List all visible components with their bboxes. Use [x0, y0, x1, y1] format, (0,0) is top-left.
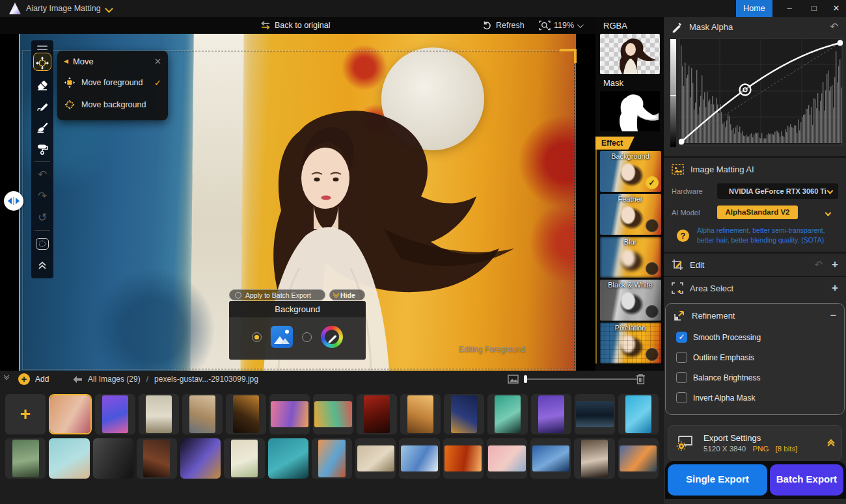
apply-to-batch-export-button[interactable]: Apply to Batch Export: [229, 289, 325, 300]
effect-radio[interactable]: ✓: [646, 176, 659, 189]
effect-background[interactable]: Background ✓: [600, 151, 661, 192]
add-image-tile[interactable]: +: [5, 394, 46, 434]
background-image-radio[interactable]: [252, 332, 262, 342]
canvas-area[interactable]: ↶ ↷ ↺ ◀ Move ✕ Move foreground ✓: [0, 34, 595, 371]
refinement-header[interactable]: Refinement –: [666, 304, 844, 327]
thumbnail-street-walk[interactable]: [182, 394, 223, 434]
thumbnail-teal-shirt-curly[interactable]: [268, 438, 308, 479]
option-outline-emphasis[interactable]: ✓ Outline Emphasis: [666, 347, 844, 367]
collapse-toolbar-button[interactable]: [31, 254, 53, 276]
thumbnail-red-dress-figure[interactable]: [357, 394, 397, 434]
refresh-button[interactable]: Refresh: [482, 20, 525, 31]
help-icon[interactable]: ?: [677, 230, 689, 242]
thumbnail-flower-crown-portrait[interactable]: [139, 394, 179, 434]
background-color-radio[interactable]: [302, 332, 312, 342]
delete-image-icon[interactable]: [636, 373, 646, 384]
collapse-filmstrip-icon[interactable]: [5, 375, 8, 379]
minimize-button[interactable]: –: [778, 0, 800, 17]
thumbnail-beige-bride[interactable]: [355, 438, 396, 479]
zoom-control[interactable]: 119%: [539, 20, 582, 31]
slider-handle[interactable]: [524, 375, 527, 383]
brush-tool-button[interactable]: [31, 116, 53, 138]
export-settings-card[interactable]: Export Settings 5120 X 3840 PNG [8 bits]: [668, 425, 842, 460]
option-invert-alpha-mask[interactable]: ✓ Invert Alpha Mask: [666, 388, 844, 408]
mask-preview-thumbnail[interactable]: [600, 91, 660, 131]
mask-alpha-undo-icon[interactable]: ↶: [830, 21, 838, 33]
background-image-option[interactable]: [271, 326, 293, 348]
effect-radio[interactable]: ✓: [646, 348, 659, 361]
thumbnail-rainbow-landscape-art[interactable]: [313, 394, 353, 434]
thumbnail-flower-girl[interactable]: [49, 394, 92, 434]
redo-button[interactable]: ↷: [31, 185, 53, 207]
reset-button[interactable]: ↺: [31, 207, 53, 228]
slider-track[interactable]: [524, 378, 638, 380]
thumbnail-orange-sunset-sky[interactable]: [443, 438, 484, 479]
single-export-button[interactable]: Single Export: [668, 464, 767, 496]
undo-button[interactable]: ↶: [31, 164, 53, 185]
compare-slider-handle[interactable]: [4, 191, 23, 211]
edit-undo-icon[interactable]: ↶: [814, 259, 823, 271]
ai-model-select[interactable]: AlphaStandard V2: [717, 206, 838, 220]
refinement-collapse-icon[interactable]: –: [830, 310, 836, 321]
background-color-wheel-option[interactable]: [321, 326, 343, 348]
thumbnail-stairs-portrait[interactable]: [137, 438, 177, 479]
roller-tool-button[interactable]: [31, 138, 53, 159]
app-menu-chevron-icon[interactable]: [105, 5, 113, 13]
rgba-preview-thumbnail[interactable]: [600, 34, 660, 74]
batch-export-button[interactable]: Batch Export: [770, 464, 843, 496]
area-select-header[interactable]: Area Select +: [664, 277, 846, 299]
effect-feather[interactable]: Feather ✓: [600, 194, 661, 235]
move-foreground-item[interactable]: Move foreground ✓: [57, 72, 168, 94]
home-tab[interactable]: Home: [736, 0, 772, 17]
thumbnail-gray-suit-man[interactable]: [93, 438, 133, 479]
edit-expand-icon[interactable]: +: [832, 258, 838, 271]
effect-radio[interactable]: ✓: [646, 305, 659, 318]
thumbnail-beach-blue-woman[interactable]: [399, 438, 439, 479]
option-smooth-processing[interactable]: ✓ Smooth Processing: [666, 327, 844, 347]
hardware-select[interactable]: NVIDIA GeForce RTX 3060 Ti: [717, 183, 838, 199]
close-button[interactable]: ✕: [825, 0, 846, 17]
effect-radio[interactable]: ✓: [646, 219, 659, 232]
move-tool-button[interactable]: [31, 52, 53, 73]
effect-blur[interactable]: Blur ✓: [600, 237, 661, 278]
thumbnail-teal-curly-portrait[interactable]: [487, 394, 528, 434]
back-to-original-button[interactable]: Back to original: [260, 20, 330, 31]
thumbnail-blue-hat-woman[interactable]: [618, 394, 659, 434]
effect-tab[interactable]: Effect: [595, 137, 634, 150]
move-background-item[interactable]: Move background ✓: [57, 94, 168, 116]
popup-close-icon[interactable]: ✕: [154, 57, 161, 66]
thumbnail-sunset-car-art[interactable]: [269, 394, 310, 434]
double-chevron-up-icon[interactable]: [828, 440, 834, 445]
thumbnail-watercolor-street[interactable]: [224, 438, 264, 479]
all-images-link[interactable]: All Images (29): [88, 375, 141, 384]
thumbnail-teal-blonde-portrait[interactable]: [49, 438, 89, 479]
thumbnail-lakeside-redhead[interactable]: [5, 438, 46, 479]
thumbnail-purple-dancer[interactable]: [531, 394, 571, 434]
effect-pixelation[interactable]: Pixelation ✓: [600, 323, 661, 364]
mask-alpha-curve-editor[interactable]: [670, 38, 841, 150]
option-balance-brightness[interactable]: ✓ Balance Brightness: [666, 367, 844, 388]
thumbnail-pink-poppies[interactable]: [487, 438, 527, 479]
effect-black-white[interactable]: Black & White ✓: [600, 280, 661, 321]
add-images-button[interactable]: + Add: [18, 373, 49, 385]
thumbnail-night-flowers[interactable]: [180, 438, 221, 479]
pen-tool-button[interactable]: [31, 95, 53, 116]
eraser-tool-button[interactable]: [31, 73, 53, 95]
thumbnail-purple-leaves-art[interactable]: [95, 394, 135, 434]
marquee-select-button[interactable]: [31, 233, 53, 254]
maximize-button[interactable]: □: [803, 0, 825, 17]
thumbnail-veil-bride[interactable]: [574, 438, 614, 479]
thumbnail-size-slider[interactable]: [508, 375, 638, 384]
effect-radio[interactable]: ✓: [646, 262, 659, 275]
thumbnail-oranges-still-life[interactable]: [618, 438, 659, 479]
ai-model-value[interactable]: AlphaStandard V2: [717, 206, 798, 219]
thumbnail-golden-hour-blonde[interactable]: [400, 394, 441, 434]
thumbnail-water-glass[interactable]: [530, 438, 571, 479]
thumbnail-night-street-lamp[interactable]: [444, 394, 484, 434]
hide-panel-button[interactable]: Hide: [329, 289, 365, 300]
thumbnail-night-candle-portrait[interactable]: [226, 394, 266, 434]
back-arrow-icon[interactable]: [73, 376, 82, 383]
thumbnail-moon-mountain[interactable]: [575, 394, 615, 434]
edit-header[interactable]: Edit ↶ +: [664, 254, 846, 276]
area-select-expand-icon[interactable]: +: [832, 282, 838, 295]
